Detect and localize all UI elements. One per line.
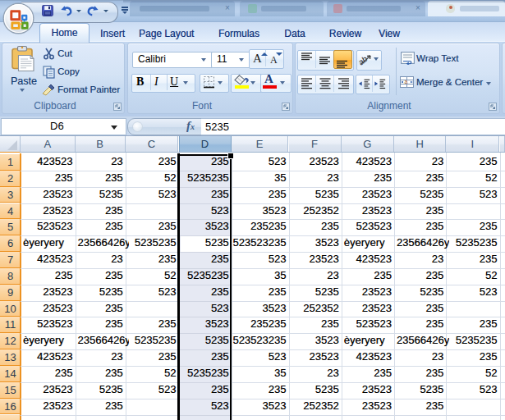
svg-text:a: a [404,79,407,84]
